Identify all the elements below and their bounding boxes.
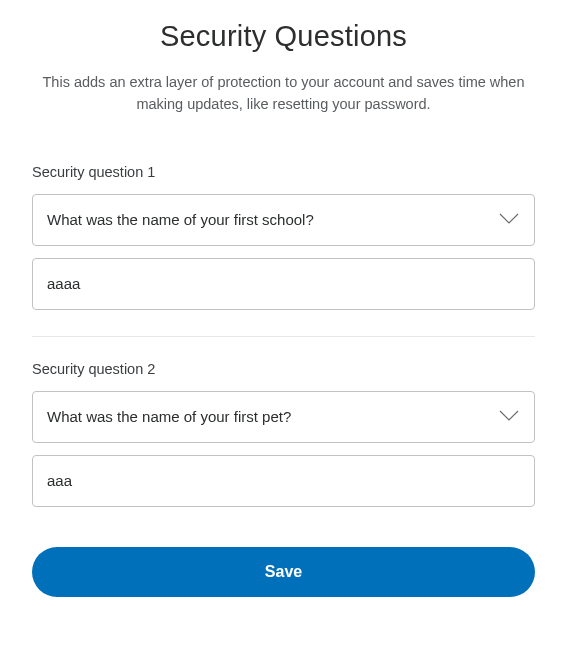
divider: [32, 336, 535, 337]
security-question-1-label: Security question 1: [32, 164, 535, 180]
security-question-1-select[interactable]: What was the name of your first school?: [32, 194, 535, 246]
security-question-2-select-wrapper: What was the name of your first pet?: [32, 391, 535, 443]
page-subtitle: This adds an extra layer of protection t…: [34, 71, 534, 116]
security-question-1-select-wrapper: What was the name of your first school?: [32, 194, 535, 246]
security-answer-2-input[interactable]: [32, 455, 535, 507]
security-question-1-group: Security question 1 What was the name of…: [32, 164, 535, 310]
security-question-2-select[interactable]: What was the name of your first pet?: [32, 391, 535, 443]
save-button[interactable]: Save: [32, 547, 535, 597]
security-question-2-group: Security question 2 What was the name of…: [32, 361, 535, 507]
security-answer-1-input[interactable]: [32, 258, 535, 310]
page-title: Security Questions: [32, 20, 535, 53]
security-question-2-label: Security question 2: [32, 361, 535, 377]
